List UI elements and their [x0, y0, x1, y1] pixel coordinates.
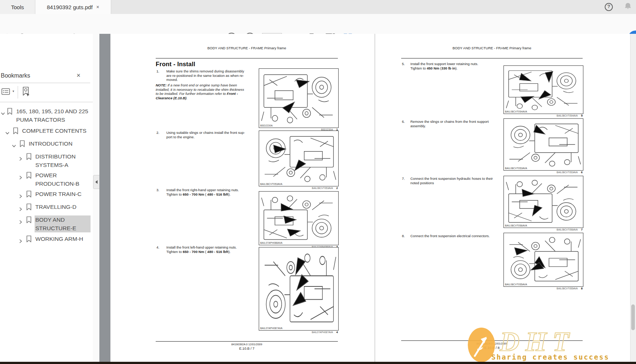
step-number: 2.	[156, 131, 159, 135]
tab-document-label: 84190392 guts.pdf	[47, 4, 92, 10]
figure-caption: BAIL08CVT054AVA5	[504, 114, 583, 117]
step-text: Install the front right-hand upper retai…	[166, 188, 253, 196]
section-title: Front - Install	[156, 61, 195, 68]
bottom-edge-strip	[0, 362, 636, 364]
page-divider	[375, 34, 375, 362]
chevron-down-icon[interactable]	[12, 142, 16, 146]
figure-image: BAIL07APH087AVA	[259, 247, 339, 331]
options-list-icon[interactable]	[1, 87, 13, 98]
bookmark-item[interactable]: WORKING ARM-H	[0, 235, 93, 243]
figure-code-inner: BAIL08CVT055AVA	[505, 283, 527, 286]
bookmark-item[interactable]: COMPLETE CONTENTS	[0, 126, 93, 135]
bookmark-item-selected[interactable]: BODY AND STRUCTURE-E	[0, 215, 93, 232]
locate-bookmark-icon[interactable]	[21, 86, 31, 99]
footer-page-number: E.10.B / 7	[156, 346, 338, 350]
page-header: BODY AND STRUCTURE - FRAME Primary frame	[401, 46, 583, 50]
bookmark-item[interactable]: 165, 180, 195, 210 AND 225 PUMA TRACTORS	[0, 107, 93, 124]
section-rule	[401, 58, 583, 58]
bookmark-item-label: WORKING ARM-H	[35, 235, 91, 243]
watermark-logo-text: DHT	[499, 328, 575, 357]
help-icon[interactable]: ?	[604, 3, 613, 11]
bookmark-item[interactable]: INTRODUCTION	[0, 139, 93, 148]
figure-caption: BAIL08CVT053AVA6	[504, 171, 583, 174]
step-number: 1.	[156, 69, 159, 73]
document-view[interactable]: BODY AND STRUCTURE - FRAME Primary frame…	[99, 34, 630, 362]
page-header: BODY AND STRUCTURE - FRAME Primary frame	[156, 46, 338, 50]
footer-doc-id: 84190392A 0 12/01/2009	[156, 343, 338, 346]
bookmark-item[interactable]: DISTRIBUTION SYSTEMS-A	[0, 152, 93, 169]
chevron-down-icon[interactable]	[1, 110, 5, 114]
bookmark-icon	[26, 216, 32, 224]
bookmark-item-label: POWER TRAIN-C	[35, 190, 91, 198]
bookmark-item[interactable]: TRAVELLING-D	[0, 203, 93, 211]
divider	[18, 86, 18, 99]
bookmark-icon	[26, 235, 32, 243]
chevron-right-icon[interactable]	[18, 218, 23, 222]
bookmarks-panel: Bookmarks × ▾ 165, 180, 195, 210 AND 225…	[0, 34, 93, 362]
tabbar-right-icons: ?	[604, 0, 632, 14]
bookmark-icon	[26, 203, 32, 211]
step-number: 8.	[402, 234, 405, 238]
bookmark-item[interactable]: POWER TRAIN-C	[0, 190, 93, 198]
acrobat-window: Tools 84190392 guts.pdf × ?	[0, 0, 636, 364]
watermark-tagline: Sharing creates success	[491, 353, 636, 361]
vertical-scrollbar-thumb[interactable]	[631, 304, 635, 330]
figure-code-inner: BAIL07APH087AVA	[260, 327, 283, 329]
figure-image: BAIL07APH088AVA	[259, 191, 339, 245]
figure-code-inner: BAIL08CVT053AVA	[260, 183, 282, 185]
figure-caption: BAIL08CVT056AVA7	[504, 228, 583, 231]
bookmark-icon	[13, 127, 19, 135]
chevron-down-icon[interactable]	[5, 129, 10, 133]
step-text: Connect the front suspension electrical …	[410, 234, 497, 238]
step-text: Install the front support lower retainin…	[410, 62, 497, 70]
step-number: 3.	[156, 188, 159, 192]
chevron-right-icon[interactable]	[18, 174, 23, 178]
figure-caption: BAIL07APH087AVA4	[259, 331, 338, 334]
bookmarks-title: Bookmarks	[1, 72, 30, 79]
footer-rule	[156, 341, 338, 342]
figure-code-inner: BAIL08CVT056AVA	[505, 224, 527, 227]
chevron-right-icon[interactable]	[18, 205, 23, 210]
chevron-right-icon[interactable]	[18, 237, 23, 242]
step-text: Make sure the shims removed during disas…	[166, 69, 253, 82]
step-number: 5.	[402, 62, 405, 66]
tab-tools-label: Tools	[11, 4, 24, 10]
figure-image: BAIL08CVT054AVA	[504, 65, 583, 114]
options-caret-icon[interactable]: ▾	[13, 89, 14, 93]
bookmark-item-label: DISTRIBUTION SYSTEMS-A	[35, 152, 81, 169]
bookmark-item-label: 165, 180, 195, 210 AND 225 PUMA TRACTORS	[16, 107, 90, 124]
chevron-right-icon[interactable]	[18, 155, 23, 159]
bookmark-item-label: POWER PRODUCTION-B	[35, 171, 81, 188]
figure-image: BAIL08CVT053AVA	[259, 131, 339, 186]
bookmark-item-label: TRAVELLING-D	[35, 203, 91, 211]
chevron-right-icon[interactable]	[18, 192, 23, 197]
note-text: NOTE: If a new front end or engine sump …	[156, 83, 248, 100]
step-number: 7.	[402, 176, 405, 181]
figure-image: BSD2230A	[259, 68, 339, 128]
bell-icon[interactable]	[623, 2, 632, 12]
bookmark-item-label: BODY AND STRUCTURE-E	[35, 215, 91, 232]
bookmark-icon	[26, 153, 32, 160]
tab-document[interactable]: 84190392 guts.pdf ×	[35, 0, 111, 14]
collapse-panel-button[interactable]	[93, 175, 99, 189]
bookmark-item[interactable]: POWER PRODUCTION-B	[0, 171, 93, 188]
step-text: Using suitable slings or chains install …	[166, 131, 253, 139]
close-icon[interactable]: ×	[96, 4, 99, 10]
figure-image: BAIL08CVT056AVA	[504, 176, 583, 228]
divider	[0, 83, 90, 83]
bookmark-icon	[26, 190, 32, 198]
figure-code-inner: BAIL08CVT053AVA	[505, 167, 527, 169]
close-icon[interactable]: ×	[77, 72, 81, 79]
figure-caption: BAIL08CVT055AVA8	[504, 287, 583, 290]
toolbar: / 2120	[0, 14, 636, 34]
panel-collapse-strip	[93, 34, 100, 362]
step-number: 6.	[402, 119, 405, 124]
section-rule	[156, 58, 338, 58]
bookmark-icon	[19, 140, 25, 147]
step-text: Connect the front suspension hydraulic h…	[410, 176, 497, 185]
divider	[0, 102, 93, 102]
figure-code-inner: BSD2230A	[260, 124, 273, 127]
bookmark-item-label: COMPLETE CONTENTS	[22, 126, 92, 135]
tab-tools[interactable]: Tools	[0, 0, 35, 14]
figure-image: BAIL08CVT055AVA	[504, 233, 583, 287]
